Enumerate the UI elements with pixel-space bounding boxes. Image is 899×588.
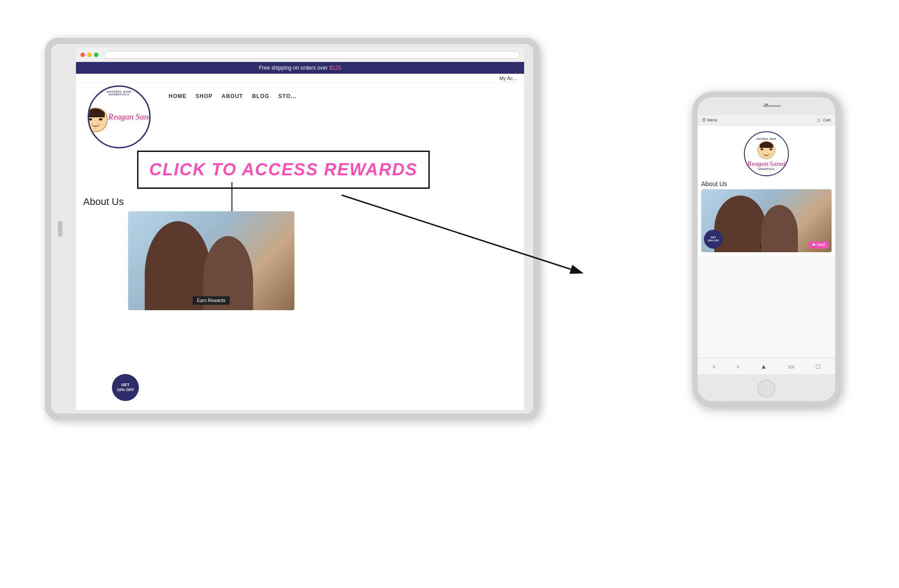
browser-dot-red[interactable] [80, 53, 85, 57]
about-section: About Us Earn Rewards [76, 193, 524, 315]
share-icon[interactable]: ▲ [761, 363, 767, 370]
about-image: Earn Rewards [128, 211, 294, 310]
bookmarks-icon[interactable]: ▭ [788, 363, 794, 370]
nav-home[interactable]: HOME [169, 93, 187, 99]
phone-logo-name2: Sanai [770, 160, 786, 168]
site-logo[interactable]: NATURAL HAIR ESSENTIALS [88, 85, 151, 148]
phone-chat-label: 💬 CHAT [812, 243, 825, 247]
discount-line2: 10% OFF [117, 388, 134, 392]
phone-discount-badge[interactable]: GET 10% OFF [704, 230, 723, 249]
scene: Free shipping on orders over $125 My Ac.… [22, 24, 877, 564]
phone-cart-label: Cart [823, 118, 831, 122]
nav-store[interactable]: STO... [278, 93, 296, 99]
logo-hair [88, 108, 105, 117]
cart-icon: 🛒 [817, 118, 822, 122]
phone-screen: ☰ Menu 🛒 Cart NATURAL HAIR [698, 115, 835, 374]
phone-site-content: NATURAL HAIR Reagan Sanai ESSENTIAL [698, 125, 835, 256]
earn-rewards-label[interactable]: Earn Rewards [192, 296, 230, 305]
phone-logo-arc: NATURAL HAIR [757, 138, 776, 140]
tablet-screen: Free shipping on orders over $125 My Ac.… [76, 48, 524, 410]
phone-logo-name1: Reagan [747, 160, 769, 168]
phone-chat-button[interactable]: 💬 CHAT [808, 241, 829, 249]
shipping-banner: Free shipping on orders over $125 [76, 62, 524, 74]
tabs-icon[interactable]: □ [816, 363, 819, 370]
phone-logo-arc2: ESSENTIALS [758, 168, 774, 170]
site-nav-bar: My Ac... [76, 74, 524, 83]
phone-about-title: About Us [701, 178, 832, 189]
phone-discount-line1: GET [711, 236, 716, 239]
phone-menu-button[interactable]: ☰ Menu [702, 118, 717, 122]
my-account-link[interactable]: My Ac... [499, 76, 517, 81]
back-icon[interactable]: ‹ [713, 363, 715, 370]
discount-line1: GET [121, 383, 130, 388]
nav-blog[interactable]: BLOG [252, 93, 270, 99]
browser-dot-green[interactable] [94, 53, 98, 57]
browser-chrome [76, 48, 524, 62]
tablet-side-button [58, 221, 62, 237]
nav-about[interactable]: ABOUT [222, 93, 243, 99]
phone-browser-bottom: ‹ › ▲ ▭ □ [698, 358, 835, 374]
site-header: NATURAL HAIR ESSENTIALS [76, 83, 524, 151]
nav-shop[interactable]: SHOP [196, 93, 213, 99]
phone-logo[interactable]: NATURAL HAIR Reagan Sanai ESSENTIAL [744, 131, 789, 176]
phone-menu-label: Menu [707, 118, 717, 122]
phone-logo-area: NATURAL HAIR Reagan Sanai ESSENTIAL [701, 129, 832, 178]
forward-icon[interactable]: › [737, 363, 739, 370]
phone-cart-button[interactable]: 🛒 Cart [817, 118, 831, 122]
browser-url-bar[interactable] [104, 51, 520, 59]
phone-about-image: Earn Rewards GET 10% OFF 💬 CHAT [701, 189, 832, 252]
phone-earn-rewards[interactable]: Earn Rewards [760, 243, 785, 249]
phone-device: ☰ Menu 🛒 Cart NATURAL HAIR [692, 92, 841, 406]
logo-face-illustration [88, 107, 108, 132]
hamburger-icon: ☰ [702, 118, 706, 122]
phone-browser-top: ☰ Menu 🛒 Cart [698, 115, 835, 125]
site-logo-area: NATURAL HAIR ESSENTIALS [83, 88, 155, 146]
website-content: Free shipping on orders over $125 My Ac.… [76, 62, 524, 410]
cta-box[interactable]: CLICK TO ACCESS REWARDS [137, 151, 430, 189]
site-nav: HOME SHOP ABOUT BLOG STO... [155, 88, 297, 146]
logo-name2: Sanai [136, 113, 151, 122]
cta-text: CLICK TO ACCESS REWARDS [149, 160, 418, 179]
tablet-device: Free shipping on orders over $125 My Ac.… [45, 38, 539, 420]
shipping-text: Free shipping on orders over [259, 65, 329, 71]
logo-name1: Reagan [108, 113, 134, 122]
about-title: About Us [83, 196, 517, 208]
logo-arc-text2: ESSENTIALS [107, 93, 131, 96]
cta-section: CLICK TO ACCESS REWARDS [76, 151, 524, 193]
discount-badge[interactable]: GET 10% OFF [112, 374, 139, 401]
browser-dot-yellow[interactable] [87, 53, 92, 57]
phone-home-button[interactable] [757, 379, 775, 397]
phone-discount-line2: 10% OFF [708, 239, 719, 242]
phone-speaker [763, 105, 781, 107]
shipping-price: $125 [329, 65, 342, 71]
